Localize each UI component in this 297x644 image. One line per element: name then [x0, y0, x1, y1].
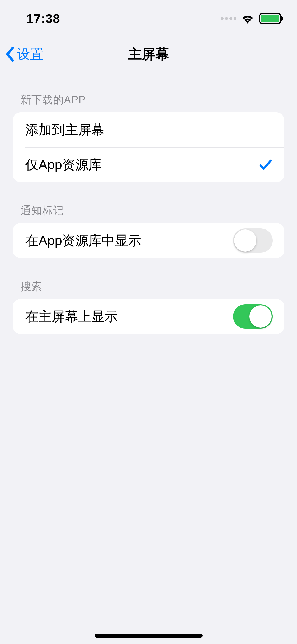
content: 新下载的APP 添加到主屏幕 仅App资源库 通知标记 在App资源库中显示 搜… — [0, 71, 297, 334]
status-time: 17:38 — [26, 11, 60, 26]
row-show-on-homescreen: 在主屏幕上显示 — [13, 299, 284, 334]
switch-show-on-homescreen[interactable] — [233, 304, 273, 329]
section-header-badges: 通知标记 — [13, 182, 284, 223]
nav-bar: 设置 主屏幕 — [0, 37, 297, 71]
back-label: 设置 — [17, 45, 43, 63]
status-bar: 17:38 — [0, 0, 297, 37]
home-indicator[interactable] — [95, 634, 203, 638]
row-label: 仅App资源库 — [25, 156, 102, 174]
group-search: 在主屏幕上显示 — [13, 299, 284, 334]
chevron-left-icon — [5, 46, 15, 62]
cellular-icon — [221, 17, 236, 20]
section-header-new-apps: 新下载的APP — [13, 71, 284, 112]
row-show-in-app-library: 在App资源库中显示 — [13, 223, 284, 258]
page-title: 主屏幕 — [128, 45, 169, 63]
section-header-search: 搜索 — [13, 258, 284, 299]
row-add-to-homescreen[interactable]: 添加到主屏幕 — [13, 112, 284, 147]
status-indicators — [221, 13, 281, 24]
row-app-library-only[interactable]: 仅App资源库 — [13, 147, 284, 182]
back-button[interactable]: 设置 — [5, 45, 43, 63]
battery-icon — [259, 13, 281, 24]
row-label: 在App资源库中显示 — [25, 232, 141, 250]
group-new-apps: 添加到主屏幕 仅App资源库 — [13, 112, 284, 182]
row-label: 在主屏幕上显示 — [25, 308, 118, 325]
switch-show-in-app-library[interactable] — [233, 228, 273, 253]
group-badges: 在App资源库中显示 — [13, 223, 284, 258]
wifi-icon — [241, 13, 254, 24]
checkmark-icon — [258, 158, 273, 172]
row-label: 添加到主屏幕 — [25, 121, 105, 139]
